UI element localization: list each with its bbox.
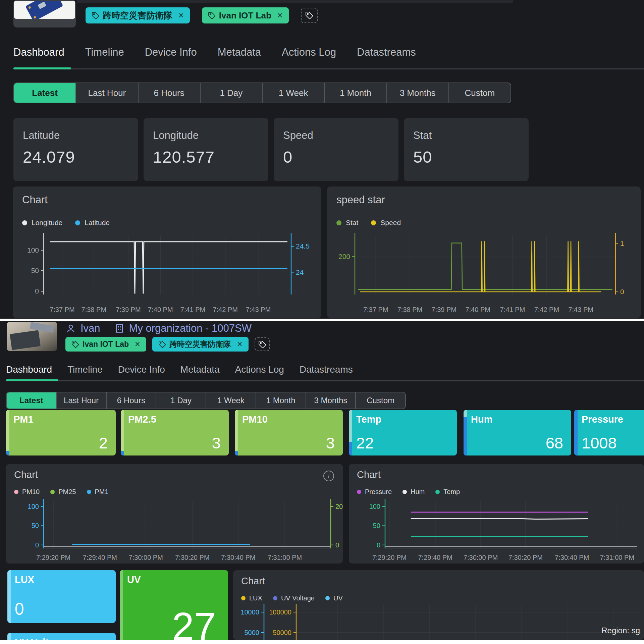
remove-tag-icon[interactable]: × xyxy=(237,339,243,350)
svg-text:100: 100 xyxy=(27,246,39,254)
tag-chip-ivan-iot-lab[interactable]: Ivan IOT Lab× xyxy=(65,337,146,352)
legend-label: Temp xyxy=(443,488,460,496)
add-tag-button[interactable] xyxy=(255,337,270,351)
tabs-divider xyxy=(6,380,644,381)
legend-item-pm1[interactable]: PM1 xyxy=(87,488,109,496)
legend-item-lux[interactable]: LUX xyxy=(241,594,262,602)
svg-text:50: 50 xyxy=(31,267,39,274)
remove-tag-icon[interactable]: × xyxy=(135,339,140,350)
time-range-1-week[interactable]: 1 Week xyxy=(262,83,324,103)
legend-item-uv[interactable]: UV xyxy=(325,594,343,602)
stat-value: 0 xyxy=(283,148,292,166)
tag-chip-ivan-iot-lab[interactable]: Ivan IOT Lab× xyxy=(202,7,289,23)
legend-dot xyxy=(50,490,55,494)
value-card-value: 3 xyxy=(212,434,221,452)
legend-item-latitude[interactable]: Latitude xyxy=(75,219,110,227)
svg-text:7:43 PM: 7:43 PM xyxy=(568,306,593,313)
time-range-custom[interactable]: Custom xyxy=(355,392,405,409)
info-icon[interactable]: i xyxy=(323,471,334,481)
svg-text:24.5: 24.5 xyxy=(296,242,310,250)
time-range-custom[interactable]: Custom xyxy=(448,83,511,103)
organization-name[interactable]: My organization - 1007SW xyxy=(129,322,252,334)
tab-datastreams[interactable]: Datastreams xyxy=(357,46,416,58)
chart-plot: 1005007:29:20 PM7:29:40 PM7:30:00 PM7:30… xyxy=(349,497,644,564)
active-tab-underline xyxy=(6,379,58,381)
svg-text:50: 50 xyxy=(373,522,380,529)
stat-label: Longitude xyxy=(153,129,199,142)
legend-item-stat[interactable]: Stat xyxy=(336,219,358,227)
time-range-1-month[interactable]: 1 Month xyxy=(256,392,306,409)
remove-tag-icon[interactable]: × xyxy=(178,10,184,21)
stat-label: Speed xyxy=(283,129,313,142)
time-range-3-months[interactable]: 3 Months xyxy=(306,392,356,409)
tab-actions-log[interactable]: Actions Log xyxy=(235,364,284,375)
time-range-1-day[interactable]: 1 Day xyxy=(156,392,206,409)
tab-dashboard[interactable]: Dashboard xyxy=(13,46,64,58)
time-range-6-hours[interactable]: 6 Hours xyxy=(138,83,200,103)
legend-dot xyxy=(273,596,277,600)
legend-item-pm25[interactable]: PM25 xyxy=(50,488,76,496)
legend-item-hum[interactable]: Hum xyxy=(402,488,425,496)
add-tag-button[interactable] xyxy=(301,8,318,23)
tab-timeline[interactable]: Timeline xyxy=(67,364,103,375)
tag-icon xyxy=(305,11,313,19)
active-tab-underline xyxy=(13,67,71,69)
svg-text:100000: 100000 xyxy=(269,608,291,616)
svg-text:7:31:00 PM: 7:31:00 PM xyxy=(600,554,634,561)
legend-dot xyxy=(325,596,330,600)
legend-item-temp[interactable]: Temp xyxy=(435,488,460,496)
svg-text:7:37 PM: 7:37 PM xyxy=(50,306,74,313)
tab-timeline[interactable]: Timeline xyxy=(85,46,124,58)
svg-text:0: 0 xyxy=(377,541,380,549)
tab-device-info[interactable]: Device Info xyxy=(145,46,197,58)
chart-legend: LUXUV VoltageUV xyxy=(241,594,343,602)
user-name[interactable]: Ivan xyxy=(80,322,100,334)
tab-actions-log[interactable]: Actions Log xyxy=(282,46,336,58)
svg-text:0: 0 xyxy=(35,287,39,295)
legend-item-pm10[interactable]: PM10 xyxy=(14,488,40,496)
chart-legend: PressureHumTemp xyxy=(357,488,460,496)
time-range-latest[interactable]: Latest xyxy=(14,83,75,103)
tile-value: 0 xyxy=(15,599,24,619)
chart-plot: 200107:37 PM7:38 PM7:39 PM7:40 PM7:41 PM… xyxy=(327,230,641,318)
svg-text:100: 100 xyxy=(28,503,39,510)
legend-item-pressure[interactable]: Pressure xyxy=(357,488,392,496)
tag-chip-item[interactable]: 跨時空災害防衛隊× xyxy=(152,337,249,352)
legend-label: Latitude xyxy=(85,219,110,227)
time-range-1-week[interactable]: 1 Week xyxy=(206,392,256,409)
stat-card-speed: Speed0 xyxy=(274,118,398,181)
time-range-6-hours[interactable]: 6 Hours xyxy=(106,392,156,409)
legend-dot xyxy=(241,596,246,600)
series-speed xyxy=(360,241,601,292)
time-range-control: LatestLast Hour6 Hours1 Day1 Week1 Month… xyxy=(6,392,406,409)
legend-item-speed[interactable]: Speed xyxy=(371,219,401,227)
legend-item-uv-voltage[interactable]: UV Voltage xyxy=(273,594,315,602)
region-label: Region: sg xyxy=(601,626,640,635)
time-range-latest[interactable]: Latest xyxy=(7,392,56,409)
tab-dashboard[interactable]: Dashboard xyxy=(6,364,52,375)
time-range-last-hour[interactable]: Last Hour xyxy=(56,392,106,409)
tab-device-info[interactable]: Device Info xyxy=(118,364,165,375)
legend-item-longitude[interactable]: Longitude xyxy=(22,219,62,227)
svg-text:7:39 PM: 7:39 PM xyxy=(431,306,456,313)
time-range-1-day[interactable]: 1 Day xyxy=(200,83,262,103)
value-card-hum: Hum68 xyxy=(464,410,571,455)
tab-datastreams[interactable]: Datastreams xyxy=(300,364,353,375)
time-range-last-hour[interactable]: Last Hour xyxy=(75,83,138,103)
remove-tag-icon[interactable]: × xyxy=(277,10,283,21)
chart-title: speed star xyxy=(336,194,385,206)
svg-text:7:30:20 PM: 7:30:20 PM xyxy=(175,554,209,561)
time-range-1-month[interactable]: 1 Month xyxy=(324,83,386,103)
tag-label: 跨時空災害防衛隊 xyxy=(103,10,172,21)
svg-text:7:42 PM: 7:42 PM xyxy=(213,306,237,313)
uv-tile: UV27 xyxy=(120,570,228,640)
tag-chip-item[interactable]: 跨時空災害防衛隊× xyxy=(86,7,190,23)
chart-card-pm: ChartiPM10PM25PM110050020007:29:20 PM7:2… xyxy=(6,464,343,564)
svg-text:1: 1 xyxy=(620,239,624,247)
time-range-3-months[interactable]: 3 Months xyxy=(386,83,448,103)
tab-metadata[interactable]: Metadata xyxy=(180,364,220,375)
value-card-value: 22 xyxy=(356,434,374,452)
uv-voltage-tile: UV Voltage xyxy=(7,633,116,640)
legend-dot xyxy=(371,220,376,225)
tab-metadata[interactable]: Metadata xyxy=(218,46,261,58)
